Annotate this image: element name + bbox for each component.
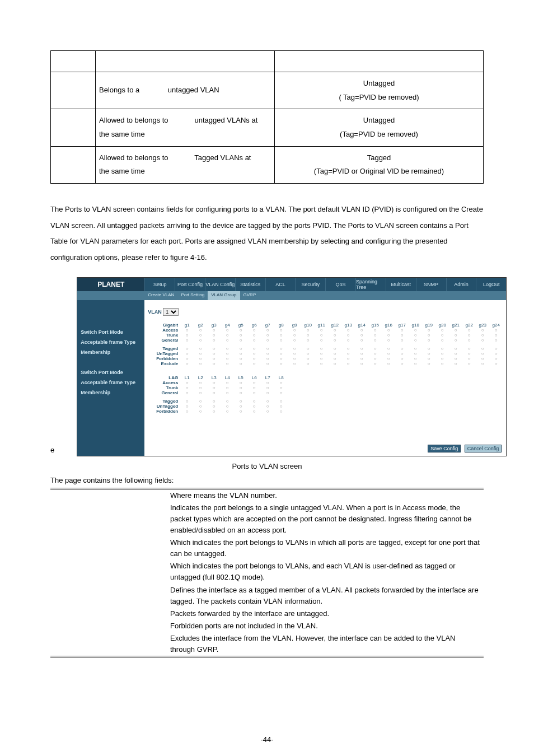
radio-cell[interactable]: ○ [301, 346, 315, 351]
subtab-port-setting[interactable]: Port Setting [177, 291, 208, 300]
radio-cell[interactable]: ○ [449, 338, 462, 343]
radio-cell[interactable]: ○ [247, 351, 261, 356]
save-config-button[interactable]: Save Config [428, 445, 461, 452]
radio-cell[interactable]: ○ [234, 351, 247, 356]
radio-cell[interactable]: ○ [315, 333, 328, 338]
radio-cell[interactable]: ○ [489, 338, 503, 343]
vlan-dropdown[interactable]: 1 [163, 308, 179, 316]
radio-cell[interactable]: ○ [194, 351, 207, 356]
radio-cell[interactable]: ○ [247, 361, 261, 366]
radio-cell[interactable]: ○ [247, 356, 261, 361]
radio-cell[interactable]: ○ [207, 385, 221, 390]
radio-cell[interactable]: ○ [247, 409, 261, 414]
radio-cell[interactable]: ○ [274, 409, 288, 414]
radio-cell[interactable]: ○ [261, 351, 274, 356]
radio-cell[interactable]: ○ [207, 399, 221, 404]
radio-cell[interactable]: ○ [489, 351, 503, 356]
radio-cell[interactable]: ○ [221, 351, 234, 356]
radio-cell[interactable]: ○ [328, 333, 341, 338]
radio-cell[interactable]: ○ [301, 333, 315, 338]
radio-cell[interactable]: ○ [194, 346, 207, 351]
radio-cell[interactable]: ○ [422, 346, 435, 351]
radio-cell[interactable]: ○ [449, 356, 462, 361]
tab-logout[interactable]: LogOut [476, 278, 506, 291]
radio-cell[interactable]: ○ [368, 328, 382, 333]
radio-cell[interactable]: ○ [382, 328, 395, 333]
radio-cell[interactable]: ○ [489, 333, 503, 338]
radio-cell[interactable]: ○ [449, 333, 462, 338]
radio-cell[interactable]: ○ [207, 338, 221, 343]
cancel-config-button[interactable]: Cancel Config [465, 445, 502, 452]
radio-cell[interactable]: ○ [207, 356, 221, 361]
radio-cell[interactable]: ○ [489, 328, 503, 333]
radio-cell[interactable]: ○ [180, 351, 194, 356]
radio-cell[interactable]: ○ [409, 361, 422, 366]
tab-statistics[interactable]: Statistics [235, 278, 265, 291]
radio-cell[interactable]: ○ [368, 338, 382, 343]
radio-cell[interactable]: ○ [247, 404, 261, 409]
radio-cell[interactable]: ○ [234, 356, 247, 361]
tab-port-config[interactable]: Port Config [175, 278, 205, 291]
radio-cell[interactable]: ○ [180, 338, 194, 343]
radio-cell[interactable]: ○ [422, 356, 435, 361]
radio-cell[interactable]: ○ [382, 351, 395, 356]
radio-cell[interactable]: ○ [355, 351, 368, 356]
radio-cell[interactable]: ○ [395, 356, 409, 361]
radio-cell[interactable]: ○ [476, 351, 489, 356]
radio-cell[interactable]: ○ [274, 338, 288, 343]
radio-cell[interactable]: ○ [221, 333, 234, 338]
radio-cell[interactable]: ○ [409, 333, 422, 338]
radio-cell[interactable]: ○ [462, 333, 476, 338]
radio-cell[interactable]: ○ [395, 361, 409, 366]
radio-cell[interactable]: ○ [435, 346, 449, 351]
radio-cell[interactable]: ○ [489, 356, 503, 361]
radio-cell[interactable]: ○ [368, 346, 382, 351]
radio-cell[interactable]: ○ [368, 356, 382, 361]
radio-cell[interactable]: ○ [180, 361, 194, 366]
radio-cell[interactable]: ○ [355, 333, 368, 338]
radio-cell[interactable]: ○ [315, 351, 328, 356]
radio-cell[interactable]: ○ [274, 351, 288, 356]
radio-cell[interactable]: ○ [368, 351, 382, 356]
radio-cell[interactable]: ○ [234, 328, 247, 333]
tab-security[interactable]: Security [295, 278, 325, 291]
radio-cell[interactable]: ○ [435, 356, 449, 361]
radio-cell[interactable]: ○ [207, 346, 221, 351]
radio-cell[interactable]: ○ [247, 399, 261, 404]
radio-cell[interactable]: ○ [207, 333, 221, 338]
radio-cell[interactable]: ○ [274, 328, 288, 333]
radio-cell[interactable]: ○ [476, 328, 489, 333]
radio-cell[interactable]: ○ [234, 390, 247, 395]
radio-cell[interactable]: ○ [435, 333, 449, 338]
radio-cell[interactable]: ○ [301, 338, 315, 343]
radio-cell[interactable]: ○ [234, 346, 247, 351]
radio-cell[interactable]: ○ [422, 328, 435, 333]
radio-cell[interactable]: ○ [476, 333, 489, 338]
radio-cell[interactable]: ○ [261, 399, 274, 404]
radio-cell[interactable]: ○ [274, 333, 288, 338]
radio-cell[interactable]: ○ [274, 346, 288, 351]
radio-cell[interactable]: ○ [409, 338, 422, 343]
radio-cell[interactable]: ○ [180, 333, 194, 338]
radio-cell[interactable]: ○ [301, 328, 315, 333]
radio-cell[interactable]: ○ [409, 351, 422, 356]
radio-cell[interactable]: ○ [194, 361, 207, 366]
radio-cell[interactable]: ○ [288, 351, 301, 356]
radio-cell[interactable]: ○ [194, 338, 207, 343]
radio-cell[interactable]: ○ [207, 328, 221, 333]
radio-cell[interactable]: ○ [462, 328, 476, 333]
radio-cell[interactable]: ○ [194, 385, 207, 390]
radio-cell[interactable]: ○ [476, 356, 489, 361]
radio-cell[interactable]: ○ [395, 338, 409, 343]
radio-cell[interactable]: ○ [315, 361, 328, 366]
radio-cell[interactable]: ○ [422, 351, 435, 356]
radio-cell[interactable]: ○ [180, 399, 194, 404]
radio-cell[interactable]: ○ [355, 361, 368, 366]
radio-cell[interactable]: ○ [274, 404, 288, 409]
radio-cell[interactable]: ○ [180, 390, 194, 395]
radio-cell[interactable]: ○ [221, 409, 234, 414]
radio-cell[interactable]: ○ [435, 328, 449, 333]
radio-cell[interactable]: ○ [462, 338, 476, 343]
radio-cell[interactable]: ○ [221, 328, 234, 333]
radio-cell[interactable]: ○ [261, 361, 274, 366]
